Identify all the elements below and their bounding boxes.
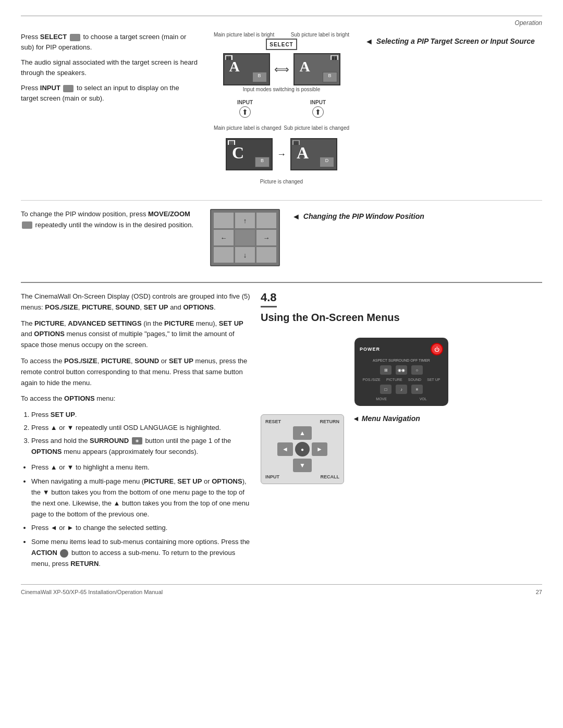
input-label-2: INPUT xyxy=(310,100,326,105)
bright-label-sub: ▓▓ xyxy=(331,55,338,60)
pip-para2: The audio signal associated with the tar… xyxy=(21,57,198,78)
osd-para4: To access the OPTIONS menu: xyxy=(21,393,250,404)
osd-section-header: 4.8 Using the On-Screen Menus xyxy=(261,291,542,329)
remote-btn-surround: ◉◉ xyxy=(396,365,407,375)
pip-right-heading: ◄ Selecting a PIP Target Screen or Input… xyxy=(365,32,542,184)
remote-btn-aspect: ⊞ xyxy=(380,365,391,375)
main-changed-label: Main picture label is changed xyxy=(214,125,282,131)
movezoom-section-heading: ◄ Changing the PIP Window Position xyxy=(292,212,542,221)
osd-bullet3: Press ◄ or ► to change the selected sett… xyxy=(31,523,250,534)
remote-power-row: POWER ⏻ xyxy=(360,343,443,355)
pip-para1: Press SELECT to choose a target screen (… xyxy=(21,32,198,52)
pip-mini-a-bottom: D xyxy=(320,157,334,167)
nav-right-btn: ► xyxy=(312,442,327,456)
select-bold: SELECT xyxy=(40,33,67,41)
grid-cell-nw xyxy=(214,213,234,228)
pip-mini-c: B xyxy=(255,157,270,167)
osd-step1: Press SET UP. xyxy=(31,410,250,421)
nav-center-btn: ● xyxy=(295,442,310,456)
pip-section-heading: ◄ Selecting a PIP Target Screen or Input… xyxy=(365,37,542,46)
section-arrow-movezoom: ◄ xyxy=(292,212,300,221)
nav-top-labels: RESET RETURN xyxy=(265,419,339,424)
osd-setup2: SET UP xyxy=(219,319,243,327)
pip-mini-b-main: B xyxy=(252,72,267,82)
select-icon xyxy=(70,34,80,41)
bright-label-a-bottom: ▓▓ xyxy=(292,140,300,145)
pip-para3: Press INPUT to select an input to displa… xyxy=(21,83,198,103)
remote-menu-btns: □ ♪ ≡ xyxy=(360,385,443,394)
remote-btn-pos: □ xyxy=(380,385,391,394)
movezoom-grid-container: ↑ ← → ↓ xyxy=(210,209,280,266)
osd-setup3: SET UP xyxy=(169,357,193,365)
menu-nav-section: RESET RETURN ▲ ◄ ● ► xyxy=(261,414,542,484)
osd-bullet4: Some menu items lead to sub-menus contai… xyxy=(31,537,250,569)
remote-move-label: MOVE xyxy=(376,397,387,401)
pip-screens-top-row: A B ▓▓ ⟺ A B ▓▓ xyxy=(209,53,354,85)
movezoom-bold: MOVE/ZOOM xyxy=(148,210,190,218)
nav-recall-label: RECALL xyxy=(321,474,340,479)
screen-letter-a-main: A xyxy=(229,58,240,75)
nav-up-row: ▲ xyxy=(293,426,312,440)
osd-picture2: PICTURE xyxy=(34,319,64,327)
changed-labels: Main picture label is changed Sub pictur… xyxy=(209,125,354,131)
osd-step2: Press ▲ or ▼ repeatedly until OSD LANGUA… xyxy=(31,423,250,434)
osd-left-content: The CinemaWall On-Screen Display (OSD) c… xyxy=(21,291,250,574)
osd-section-title: Using the On-Screen Menus xyxy=(261,311,542,324)
remote-vol-label: VOL xyxy=(420,397,427,401)
grid-cell-center xyxy=(235,230,255,245)
screen-letter-a-sub: A xyxy=(300,58,310,75)
osd-para3: To access the POS./SIZE, PICTURE, SOUND … xyxy=(21,356,250,388)
input-bold: INPUT xyxy=(40,84,60,92)
osd-bullets-list: Press ▲ or ▼ to highlight a menu item. W… xyxy=(31,462,250,569)
osd-remote-diagram: POWER ⏻ ASPECT SURROUND OFF TIMER ⊞ ◉◉ ○ xyxy=(261,338,542,406)
remote-top-row: ⊞ ◉◉ ○ xyxy=(360,365,443,375)
main-label-bright: Main picture label is bright xyxy=(214,32,274,38)
menu-nav-heading: ◄ Menu Navigation xyxy=(352,414,420,423)
osd-step3: Press and hold the SURROUND ◉ button unt… xyxy=(31,436,250,458)
section-pip: Press SELECT to choose a target screen (… xyxy=(21,32,542,184)
osd-para2: The PICTURE, ADVANCED SETTINGS (in the P… xyxy=(21,318,250,351)
remote-setup-label: SET UP xyxy=(427,378,440,381)
osd-options5: OPTIONS xyxy=(212,477,242,485)
grid-cell-s: ↓ xyxy=(235,247,255,263)
nav-down-btn: ▼ xyxy=(293,459,312,472)
nav-return-label: RETURN xyxy=(320,419,340,424)
pip-heading-text: Selecting a PIP Target Screen or Input S… xyxy=(376,37,535,45)
osd-picture5: PICTURE xyxy=(144,477,174,485)
grid-cell-w: ← xyxy=(214,230,234,245)
movezoom-grid: ↑ ← → ↓ xyxy=(210,209,280,266)
osd-action-bold: ACTION xyxy=(31,549,57,557)
osd-picture4: PICTURE xyxy=(101,357,131,365)
nav-mid-row: ◄ ● ► xyxy=(277,442,327,456)
sub-changed-label: Sub picture label is changed xyxy=(284,125,349,131)
osd-adv-settings: ADVANCED SETTINGS xyxy=(68,319,141,327)
movezoom-center: ↑ ← → ↓ xyxy=(209,209,282,266)
osd-step1-bold: SET UP xyxy=(51,411,75,418)
movezoom-heading-text: Changing the PIP Window Position xyxy=(303,212,424,220)
nav-reset-label: RESET xyxy=(265,419,281,424)
osd-setup: SET UP xyxy=(144,303,168,311)
remote-power-button: ⏻ xyxy=(431,343,443,355)
header-operation: Operation xyxy=(21,19,542,27)
osd-options3: OPTIONS xyxy=(64,394,95,402)
menu-nav-diagram-container: RESET RETURN ▲ ◄ ● ► xyxy=(261,414,344,484)
pip-screen-main-a: A B ▓▓ xyxy=(223,53,270,85)
grid-cell-n: ↑ xyxy=(235,213,255,228)
pip-top-labels: Main picture label is bright Sub picture… xyxy=(209,32,354,38)
bright-label-c: ▓▓ xyxy=(228,140,235,145)
nav-input-label: INPUT xyxy=(265,474,279,479)
remote-nav-diagram: RESET RETURN ▲ ◄ ● ► xyxy=(261,414,344,484)
pip-screen-sub-a: A B ▓▓ xyxy=(293,53,340,85)
remote-aspect-row: ASPECT SURROUND OFF TIMER xyxy=(373,359,430,362)
page: Operation Press SELECT to choose a targe… xyxy=(0,0,563,728)
page-footer: CinemaWall XP-50/XP-65 Installation/Oper… xyxy=(21,584,542,595)
picture-changed-note: Picture is changed xyxy=(260,179,303,184)
pip-mini-b-sub: B xyxy=(323,72,337,82)
osd-pos-size: POS./SIZE xyxy=(45,303,78,311)
osd-sound2: SOUND xyxy=(134,357,159,365)
grid-cell-se xyxy=(256,247,276,263)
remote-osd-control: POWER ⏻ ASPECT SURROUND OFF TIMER ⊞ ◉◉ ○ xyxy=(354,338,448,406)
movezoom-icon xyxy=(22,221,32,229)
nav-down-row: ▼ xyxy=(293,459,312,472)
osd-pos-size2: POS./SIZE xyxy=(64,357,97,365)
